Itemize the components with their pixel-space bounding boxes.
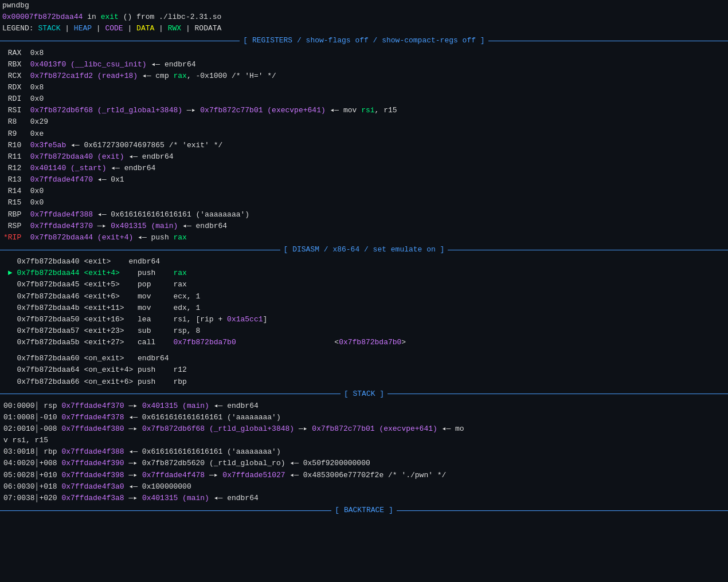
reg-rip: *RIP 0x7fb872bdaa44 (exit+4) ◂— push rax: [1, 232, 727, 243]
reg-rbx: RBX 0x4013f0 (__libc_csu_init) ◂— endbr6…: [1, 59, 727, 70]
stack-row-2b: v rsi, r15: [1, 435, 727, 446]
top-bar: pwndbg: [0, 0, 728, 11]
disasm-row-2: 0x7fb872bdaa45 <exit+5> pop rax: [1, 279, 727, 290]
reg-rsp: RSP 0x7ffdade4f370 —▸ 0x401315 (main) ◂—…: [1, 221, 727, 232]
reg-r15: R15 0x0: [1, 197, 727, 209]
disasm-row-4: 0x7fb872bdaa4b <exit+11> mov edx, 1: [1, 302, 727, 314]
reg-rdi: RDI 0x0: [1, 93, 727, 105]
reg-r9: R9 0xe: [1, 128, 727, 140]
stack-row-6: 06:0030│+018 0x7ffdade4f3a0 ◂— 0x1000000…: [1, 481, 727, 493]
disasm-row-0: 0x7fb872bdaa40 <exit> endbr64: [1, 256, 727, 268]
disasm-row-6: 0x7fb872bdaa57 <exit+23> sub rsp, 8: [1, 325, 727, 337]
backtrace-label: [ BACKTRACE ]: [331, 505, 396, 516]
reg-r13: R13 0x7ffdade4f470 ◂— 0x1: [1, 174, 727, 186]
reg-r8: R8 0x29: [1, 116, 727, 128]
stack-row-2: 02:0010│-008 0x7ffdade4f380 —▸ 0x7fb872d…: [1, 423, 727, 435]
disasm-row-7: 0x7fb872bdaa5b <exit+27> call 0x7fb872bd…: [1, 337, 727, 348]
disasm-blank: [1, 348, 727, 353]
registers-section: RAX 0x8 RBX 0x4013f0 (__libc_csu_init) ◂…: [0, 48, 728, 243]
reg-rcx: RCX 0x7fb872ca1fd2 (read+18) ◂— cmp rax,…: [1, 70, 727, 82]
disasm-row-9: 0x7fb872bdaa64 <on_exit+4> push r12: [1, 364, 727, 376]
stack-row-1: 01:0008│-010 0x7ffdade4f378 ◂— 0x6161616…: [1, 412, 727, 423]
stack-row-4: 04:0020│+008 0x7ffdade4f390 —▸ 0x7fb872d…: [1, 458, 727, 469]
registers-label: [ REGISTERS / show-flags off / show-comp…: [240, 35, 488, 46]
disasm-label: [ DISASM / x86-64 / set emulate on ]: [280, 244, 448, 255]
stack-row-3: 03:0018│ rbp 0x7ffdade4f388 ◂— 0x6161616…: [1, 446, 727, 458]
disasm-section: 0x7fb872bdaa40 <exit> endbr64 ► 0x7fb872…: [0, 256, 728, 388]
disasm-row-5: 0x7fb872bdaa50 <exit+16> lea rsi, [rip +…: [1, 314, 727, 325]
reg-rdx: RDX 0x8: [1, 82, 727, 93]
disasm-row-10: 0x7fb872bdaa66 <on_exit+6> push rbp: [1, 376, 727, 388]
address-line: 0x00007fb872bdaa44 in exit () from ./lib…: [0, 11, 728, 23]
registers-divider: [ REGISTERS / show-flags off / show-comp…: [0, 34, 728, 47]
terminal: pwndbg 0x00007fb872bdaa44 in exit () fro…: [0, 0, 728, 517]
reg-rax: RAX 0x8: [1, 48, 727, 59]
legend: LEGEND: STACK | HEAP | CODE | DATA | RWX…: [0, 23, 728, 34]
reg-r10: R10 0x3fe5ab ◂— 0x6172730074697865 /* 'e…: [1, 140, 727, 151]
disasm-row-8: 0x7fb872bdaa60 <on_exit> endbr64: [1, 353, 727, 364]
stack-section: 00:0000│ rsp 0x7ffdade4f370 —▸ 0x401315 …: [0, 400, 728, 504]
stack-divider: [ STACK ]: [0, 388, 728, 400]
disasm-row-1: ► 0x7fb872bdaa44 <exit+4> push rax: [1, 268, 727, 279]
disasm-divider: [ DISASM / x86-64 / set emulate on ]: [0, 243, 728, 256]
reg-rsi: RSI 0x7fb872db6f68 (_rtld_global+3848) —…: [1, 105, 727, 116]
reg-r11: R11 0x7fb872bdaa40 (exit) ◂— endbr64: [1, 151, 727, 163]
stack-row-7: 07:0038│+020 0x7ffdade4f3a8 —▸ 0x401315 …: [1, 493, 727, 504]
disasm-row-3: 0x7fb872bdaa46 <exit+6> mov ecx, 1: [1, 291, 727, 302]
stack-row-0: 00:0000│ rsp 0x7ffdade4f370 —▸ 0x401315 …: [1, 400, 727, 412]
reg-r14: R14 0x0: [1, 186, 727, 197]
stack-label: [ STACK ]: [340, 388, 388, 400]
reg-rbp: RBP 0x7ffdade4f388 ◂— 0x6161616161616161…: [1, 209, 727, 221]
reg-r12: R12 0x401140 (_start) ◂— endbr64: [1, 163, 727, 174]
stack-row-5: 05:0028│+010 0x7ffdade4f398 —▸ 0x7ffdade…: [1, 470, 727, 481]
backtrace-divider: [ BACKTRACE ]: [0, 504, 728, 517]
